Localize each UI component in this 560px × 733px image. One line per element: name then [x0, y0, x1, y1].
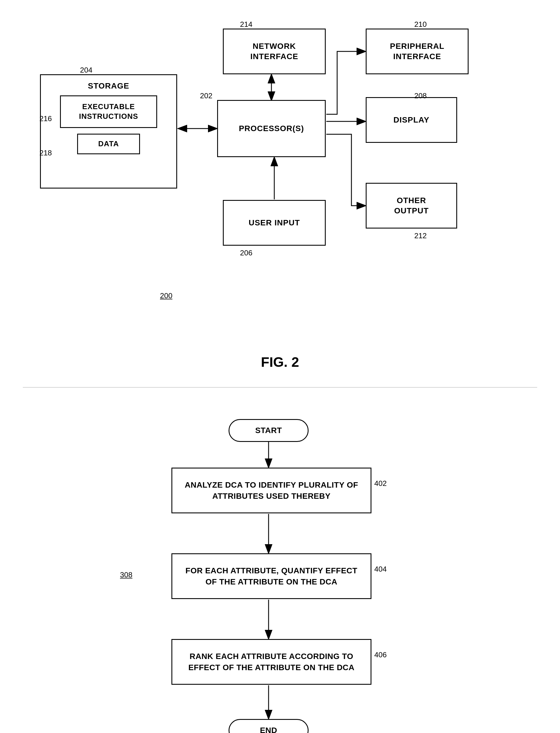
display-box: DISPLAY — [366, 97, 457, 143]
other-output-box: OTHEROUTPUT — [366, 183, 457, 229]
display-label: DISPLAY — [393, 115, 429, 125]
fig4-diagram: START ANALYZE DCA TO IDENTIFY PLURALITY … — [80, 410, 480, 733]
flow-rank-label: RANK EACH ATTRIBUTE ACCORDING TOEFFECT O… — [188, 651, 355, 673]
fig2-caption: FIG. 2 — [23, 354, 537, 370]
ref-214: 214 — [240, 20, 252, 29]
ref-216: 216 — [39, 114, 52, 123]
other-output-label: OTHEROUTPUT — [394, 195, 429, 216]
flow-start-label: START — [255, 425, 282, 436]
ref-204: 204 — [80, 66, 92, 75]
page: STORAGE EXECUTABLEINSTRUCTIONS DATA PROC… — [0, 0, 560, 733]
flow-end-box: END — [229, 719, 309, 733]
flow-end-label: END — [260, 725, 277, 733]
storage-box: STORAGE EXECUTABLEINSTRUCTIONS DATA — [40, 74, 177, 189]
network-interface-label: NETWORKINTERFACE — [250, 41, 298, 62]
storage-label: STORAGE — [47, 81, 171, 91]
data-box: DATA — [77, 134, 140, 154]
ref-406: 406 — [374, 650, 387, 659]
user-input-box: USER INPUT — [223, 200, 326, 246]
flow-analyze-label: ANALYZE DCA TO IDENTIFY PLURALITY OFATTR… — [185, 479, 358, 502]
flow-analyze-box: ANALYZE DCA TO IDENTIFY PLURALITY OFATTR… — [171, 468, 371, 513]
ref-206: 206 — [240, 249, 252, 257]
ref-200: 200 — [160, 292, 172, 300]
processor-label: PROCESSOR(S) — [239, 123, 304, 134]
ref-212: 212 — [414, 231, 427, 240]
processor-box: PROCESSOR(S) — [217, 100, 326, 157]
flow-quantify-label: FOR EACH ATTRIBUTE, QUANTIFY EFFECTOF TH… — [185, 565, 357, 587]
flow-quantify-box: FOR EACH ATTRIBUTE, QUANTIFY EFFECTOF TH… — [171, 553, 371, 599]
peripheral-interface-box: PERIPHERALINTERFACE — [366, 29, 469, 74]
ref-208: 208 — [414, 91, 427, 100]
data-label: DATA — [98, 139, 119, 148]
exec-instructions-box: EXECUTABLEINSTRUCTIONS — [60, 95, 157, 128]
flow-rank-box: RANK EACH ATTRIBUTE ACCORDING TOEFFECT O… — [171, 639, 371, 685]
ref-202: 202 — [200, 91, 212, 100]
ref-402: 402 — [374, 479, 387, 488]
network-interface-box: NETWORKINTERFACE — [223, 29, 326, 74]
fig2-diagram: STORAGE EXECUTABLEINSTRUCTIONS DATA PROC… — [23, 17, 537, 332]
user-input-label: USER INPUT — [249, 218, 300, 228]
ref-404: 404 — [374, 565, 387, 574]
exec-instructions-label: EXECUTABLEINSTRUCTIONS — [79, 102, 138, 121]
ref-210: 210 — [414, 20, 427, 29]
peripheral-interface-label: PERIPHERALINTERFACE — [390, 41, 444, 62]
section-divider — [23, 387, 537, 387]
flow-start-box: START — [229, 419, 309, 442]
ref-308: 308 — [120, 570, 132, 579]
ref-218: 218 — [39, 149, 52, 157]
